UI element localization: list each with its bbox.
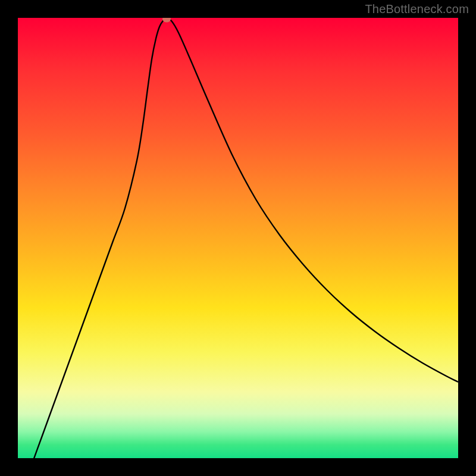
chart-container: TheBottleneck.com [0,0,476,476]
watermark-text: TheBottleneck.com [365,2,469,16]
bottleneck-curve [30,19,458,458]
plot-area [18,18,458,458]
curve-layer [18,18,458,458]
